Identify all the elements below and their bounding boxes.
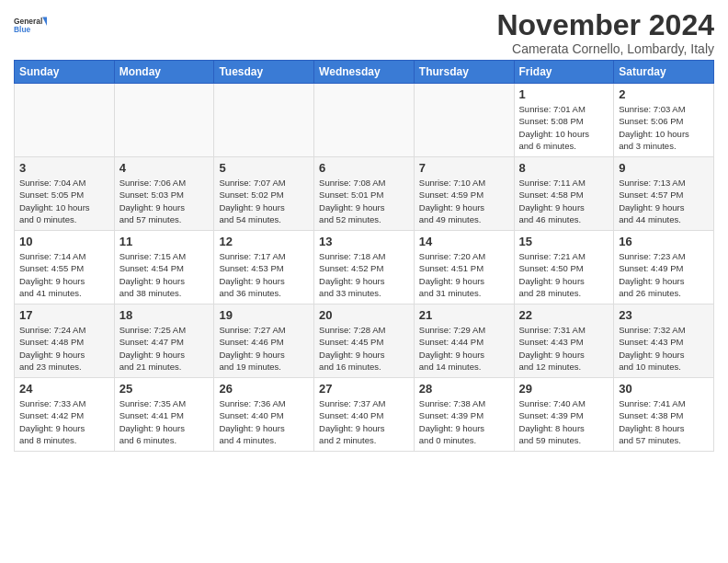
calendar-cell (214, 84, 314, 157)
title-block: November 2024 Camerata Cornello, Lombard… (496, 9, 714, 56)
calendar-cell: 23Sunrise: 7:32 AMSunset: 4:43 PMDayligh… (614, 304, 714, 378)
calendar-cell: 13Sunrise: 7:18 AMSunset: 4:52 PMDayligh… (314, 231, 415, 304)
day-number: 13 (319, 235, 409, 248)
day-info: Sunrise: 7:01 AMSunset: 5:08 PMDaylight:… (519, 103, 609, 152)
calendar-cell: 21Sunrise: 7:29 AMSunset: 4:44 PMDayligh… (414, 304, 514, 378)
day-info: Sunrise: 7:36 AMSunset: 4:40 PMDaylight:… (219, 397, 309, 446)
day-number: 24 (19, 382, 109, 396)
calendar-cell (314, 84, 415, 157)
day-number: 28 (419, 382, 509, 396)
day-info: Sunrise: 7:35 AMSunset: 4:41 PMDaylight:… (119, 397, 210, 446)
day-info: Sunrise: 7:28 AMSunset: 4:45 PMDaylight:… (319, 324, 409, 373)
calendar-cell: 10Sunrise: 7:14 AMSunset: 4:55 PMDayligh… (15, 231, 115, 304)
day-info: Sunrise: 7:29 AMSunset: 4:44 PMDaylight:… (419, 324, 509, 373)
day-number: 6 (319, 161, 409, 175)
day-number: 27 (319, 382, 409, 396)
svg-marker-2 (42, 17, 47, 26)
calendar-cell: 16Sunrise: 7:23 AMSunset: 4:49 PMDayligh… (614, 231, 714, 304)
calendar-cell: 18Sunrise: 7:25 AMSunset: 4:47 PMDayligh… (114, 304, 214, 378)
day-info: Sunrise: 7:21 AMSunset: 4:50 PMDaylight:… (519, 250, 609, 299)
weekday-header: Tuesday (214, 61, 314, 84)
calendar-cell: 25Sunrise: 7:35 AMSunset: 4:41 PMDayligh… (114, 378, 214, 452)
day-number: 26 (219, 382, 309, 396)
calendar-cell: 12Sunrise: 7:17 AMSunset: 4:53 PMDayligh… (214, 231, 314, 304)
day-number: 5 (219, 161, 309, 175)
svg-text:Blue: Blue (14, 25, 31, 34)
day-info: Sunrise: 7:11 AMSunset: 4:58 PMDaylight:… (519, 177, 609, 225)
calendar-table: SundayMondayTuesdayWednesdayThursdayFrid… (14, 60, 714, 452)
day-info: Sunrise: 7:14 AMSunset: 4:55 PMDaylight:… (19, 250, 109, 299)
calendar-cell: 11Sunrise: 7:15 AMSunset: 4:54 PMDayligh… (114, 231, 214, 304)
day-info: Sunrise: 7:38 AMSunset: 4:39 PMDaylight:… (419, 397, 509, 446)
day-info: Sunrise: 7:07 AMSunset: 5:02 PMDaylight:… (219, 177, 309, 225)
day-info: Sunrise: 7:15 AMSunset: 4:54 PMDaylight:… (119, 250, 210, 299)
day-info: Sunrise: 7:20 AMSunset: 4:51 PMDaylight:… (419, 250, 509, 299)
calendar-cell: 30Sunrise: 7:41 AMSunset: 4:38 PMDayligh… (614, 378, 714, 452)
calendar-cell: 22Sunrise: 7:31 AMSunset: 4:43 PMDayligh… (514, 304, 614, 378)
calendar-cell: 5Sunrise: 7:07 AMSunset: 5:02 PMDaylight… (214, 157, 314, 231)
day-number: 12 (219, 235, 309, 248)
day-info: Sunrise: 7:37 AMSunset: 4:40 PMDaylight:… (319, 397, 409, 446)
weekday-header: Saturday (614, 61, 714, 84)
calendar-cell: 24Sunrise: 7:33 AMSunset: 4:42 PMDayligh… (15, 378, 115, 452)
calendar-cell: 17Sunrise: 7:24 AMSunset: 4:48 PMDayligh… (15, 304, 115, 378)
day-number: 21 (419, 308, 509, 322)
day-number: 2 (619, 87, 709, 101)
weekday-header: Wednesday (314, 61, 415, 84)
day-number: 20 (319, 308, 409, 322)
weekday-header: Monday (114, 61, 214, 84)
day-info: Sunrise: 7:24 AMSunset: 4:48 PMDaylight:… (19, 324, 109, 373)
calendar-cell: 1Sunrise: 7:01 AMSunset: 5:08 PMDaylight… (514, 84, 614, 157)
calendar-cell: 26Sunrise: 7:36 AMSunset: 4:40 PMDayligh… (214, 378, 314, 452)
weekday-header: Sunday (15, 61, 115, 84)
day-info: Sunrise: 7:23 AMSunset: 4:49 PMDaylight:… (619, 250, 709, 299)
location-subtitle: Camerata Cornello, Lombardy, Italy (496, 41, 714, 56)
calendar-cell: 7Sunrise: 7:10 AMSunset: 4:59 PMDaylight… (414, 157, 514, 231)
day-info: Sunrise: 7:18 AMSunset: 4:52 PMDaylight:… (319, 250, 409, 299)
day-number: 11 (119, 235, 210, 248)
day-number: 10 (19, 235, 109, 248)
day-number: 25 (119, 382, 210, 396)
day-info: Sunrise: 7:40 AMSunset: 4:39 PMDaylight:… (519, 397, 609, 446)
day-info: Sunrise: 7:41 AMSunset: 4:38 PMDaylight:… (619, 397, 709, 446)
calendar-cell: 3Sunrise: 7:04 AMSunset: 5:05 PMDaylight… (15, 157, 115, 231)
day-number: 17 (19, 308, 109, 322)
day-number: 22 (519, 308, 609, 322)
day-number: 30 (619, 382, 709, 396)
day-info: Sunrise: 7:25 AMSunset: 4:47 PMDaylight:… (119, 324, 210, 373)
day-info: Sunrise: 7:08 AMSunset: 5:01 PMDaylight:… (319, 177, 409, 225)
day-info: Sunrise: 7:06 AMSunset: 5:03 PMDaylight:… (119, 177, 210, 225)
day-info: Sunrise: 7:10 AMSunset: 4:59 PMDaylight:… (419, 177, 509, 225)
day-number: 14 (419, 235, 509, 248)
day-info: Sunrise: 7:33 AMSunset: 4:42 PMDaylight:… (19, 397, 109, 446)
calendar-cell: 29Sunrise: 7:40 AMSunset: 4:39 PMDayligh… (514, 378, 614, 452)
day-number: 29 (519, 382, 609, 396)
month-title: November 2024 (496, 9, 714, 41)
calendar-cell: 8Sunrise: 7:11 AMSunset: 4:58 PMDaylight… (514, 157, 614, 231)
calendar-cell: 4Sunrise: 7:06 AMSunset: 5:03 PMDaylight… (114, 157, 214, 231)
day-number: 19 (219, 308, 309, 322)
day-number: 8 (519, 161, 609, 175)
calendar-cell (414, 84, 514, 157)
day-info: Sunrise: 7:13 AMSunset: 4:57 PMDaylight:… (619, 177, 709, 225)
calendar-cell: 28Sunrise: 7:38 AMSunset: 4:39 PMDayligh… (414, 378, 514, 452)
day-info: Sunrise: 7:17 AMSunset: 4:53 PMDaylight:… (219, 250, 309, 299)
calendar-cell: 20Sunrise: 7:28 AMSunset: 4:45 PMDayligh… (314, 304, 415, 378)
day-info: Sunrise: 7:31 AMSunset: 4:43 PMDaylight:… (519, 324, 609, 373)
calendar-cell: 9Sunrise: 7:13 AMSunset: 4:57 PMDaylight… (614, 157, 714, 231)
day-number: 16 (619, 235, 709, 248)
calendar-cell: 19Sunrise: 7:27 AMSunset: 4:46 PMDayligh… (214, 304, 314, 378)
calendar-cell: 2Sunrise: 7:03 AMSunset: 5:06 PMDaylight… (614, 84, 714, 157)
calendar-cell: 27Sunrise: 7:37 AMSunset: 4:40 PMDayligh… (314, 378, 415, 452)
calendar-cell (114, 84, 214, 157)
day-number: 15 (519, 235, 609, 248)
day-info: Sunrise: 7:32 AMSunset: 4:43 PMDaylight:… (619, 324, 709, 373)
day-info: Sunrise: 7:27 AMSunset: 4:46 PMDaylight:… (219, 324, 309, 373)
calendar-cell: 6Sunrise: 7:08 AMSunset: 5:01 PMDaylight… (314, 157, 415, 231)
weekday-header: Friday (514, 61, 614, 84)
calendar-cell (15, 84, 115, 157)
day-info: Sunrise: 7:04 AMSunset: 5:05 PMDaylight:… (19, 177, 109, 225)
day-number: 4 (119, 161, 210, 175)
day-info: Sunrise: 7:03 AMSunset: 5:06 PMDaylight:… (619, 103, 709, 152)
day-number: 9 (619, 161, 709, 175)
